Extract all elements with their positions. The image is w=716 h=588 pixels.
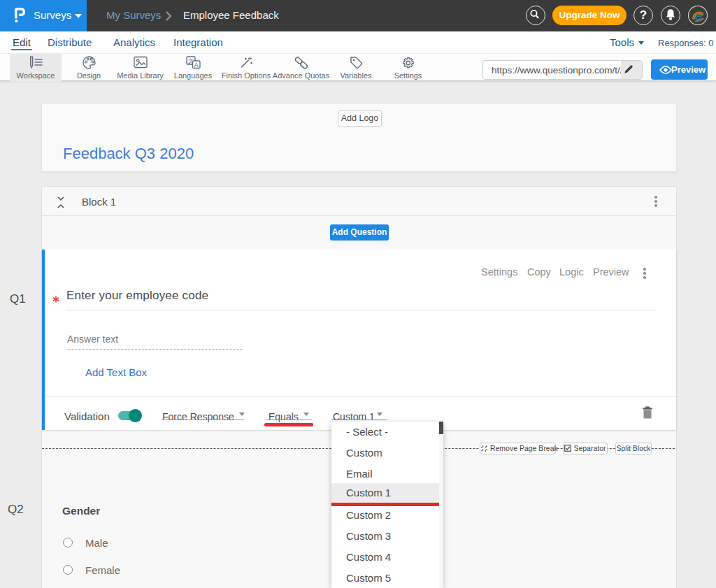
svg-text:A: A	[194, 62, 199, 69]
